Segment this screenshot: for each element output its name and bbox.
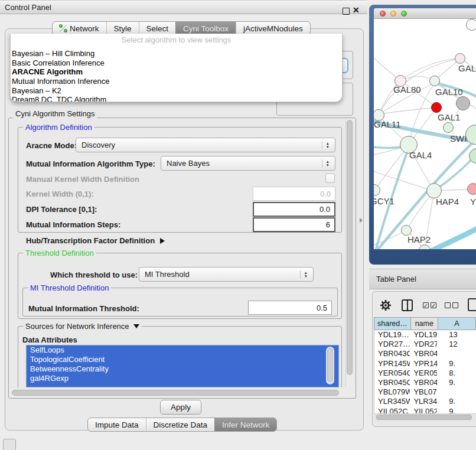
table-row[interactable]: YIL052CYIL052C9.: [374, 407, 476, 414]
column-header[interactable]: shared…: [374, 318, 410, 330]
tab-impute-data[interactable]: Impute Data: [88, 418, 146, 431]
bottom-tabs: Impute DataDiscretize DataInfer Network: [87, 418, 277, 432]
dropdown-items: Bayesian – Hill ClimbingBasic Correlatio…: [11, 49, 342, 102]
network-node[interactable]: [467, 183, 476, 195]
mi-threshold-group-title: MI Threshold Definition: [28, 283, 111, 292]
tab-select[interactable]: Select: [139, 22, 176, 35]
mi-steps-field[interactable]: 6: [253, 217, 335, 232]
network-node[interactable]: [456, 96, 470, 110]
network-canvas[interactable]: GALGAL80GAL10GAL1GAL11SWI4GAL4GCY1HAP4YH…: [374, 19, 476, 249]
threshold-definition-title: Threshold Definition: [23, 249, 96, 257]
tab-cyni-toolbox[interactable]: Cyni Toolbox: [175, 22, 236, 35]
window-grip[interactable]: [3, 439, 16, 450]
table-cell: 9.: [437, 378, 476, 387]
table-cell: YLR345W: [374, 397, 410, 406]
dpi-tolerance-label: DPI Tolerance [0,1]:: [26, 205, 97, 214]
dropdown-item[interactable]: ARACNE Algorithm: [11, 67, 342, 77]
float-window-icon[interactable]: [343, 8, 350, 15]
select-all-icon[interactable]: ✓: [423, 302, 429, 308]
node-label: GAL1: [438, 112, 460, 122]
close-traffic-light-icon[interactable]: [380, 11, 386, 17]
manual-kernel-checkbox[interactable]: [325, 174, 335, 183]
tab-discretize-data[interactable]: Discretize Data: [146, 418, 215, 431]
tab-network[interactable]: Network: [53, 22, 106, 35]
node-label: Y: [470, 197, 476, 207]
table-row[interactable]: YDL19…YDL19…13: [374, 330, 476, 340]
aracne-mode-combobox[interactable]: Discovery ▲▼: [76, 138, 335, 152]
settings-vertical-scrollbar-thumb[interactable]: [347, 120, 353, 375]
aracne-mode-label: Aracne Mode:: [26, 141, 77, 150]
which-threshold-combobox[interactable]: MI Threshold ▲▼: [139, 267, 314, 282]
table-horizontal-scrollbar-thumb[interactable]: [376, 415, 472, 420]
dropdown-item[interactable]: Bayesian – K2: [11, 86, 342, 96]
table-row[interactable]: YLR345WYLR345W9.: [374, 397, 476, 406]
network-window-titlebar[interactable]: [374, 8, 476, 19]
column-header[interactable]: A: [438, 318, 475, 330]
collapse-down-icon: [133, 324, 139, 328]
table-cell: YBR045C: [410, 378, 437, 387]
minimize-traffic-light-icon[interactable]: [390, 11, 396, 17]
zoom-traffic-light-icon[interactable]: [401, 11, 407, 17]
network-node[interactable]: [431, 102, 442, 113]
table-cell: YDR27…: [374, 340, 410, 349]
mi-threshold-field[interactable]: 0.5: [248, 301, 332, 315]
deselect-all-icon[interactable]: [445, 302, 451, 308]
table-rows: YDL19…YDL19…13YDR27…YDR27…12YBR043CYBR04…: [374, 330, 476, 413]
kernel-width-field[interactable]: 0.0: [253, 187, 335, 201]
list-item[interactable]: BetweennessCentrality: [27, 364, 338, 374]
apply-button[interactable]: Apply: [160, 400, 201, 415]
table-row[interactable]: YDR27…YDR27…12: [374, 340, 476, 349]
table-row[interactable]: YBR043CYBR043C: [374, 349, 476, 358]
close-icon[interactable]: ✕: [353, 5, 360, 15]
settings-horizontal-scrollbar-thumb[interactable]: [12, 390, 339, 396]
sources-title[interactable]: Sources for Network Inference: [23, 322, 142, 331]
settings-scroll-pane: Algorithm Definition Aracne Mode: Discov…: [9, 118, 345, 387]
hub-definition-toggle[interactable]: Hub/Transcription Factor Definition: [26, 236, 165, 245]
table-cell: 9.: [437, 359, 476, 369]
splitter-arrow-icon[interactable]: [360, 218, 363, 223]
network-node[interactable]: [443, 122, 454, 133]
dropdown-item[interactable]: Bayesian – Hill Climbing: [11, 49, 342, 58]
tab-style[interactable]: Style: [106, 22, 139, 35]
network-node[interactable]: [455, 53, 465, 64]
table-header: shared…nameA: [374, 317, 476, 330]
column-header[interactable]: name: [410, 318, 438, 330]
data-attributes-label: Data Attributes: [22, 335, 77, 344]
tab-jactivemnodules[interactable]: jActiveMNodules: [236, 22, 310, 35]
node-label: GAL10: [435, 87, 463, 97]
table-cell: YBR045C: [374, 378, 410, 387]
dropdown-item[interactable]: Dream8 DC_TDC Algorithm: [11, 95, 342, 102]
tab-label: Cyni Toolbox: [183, 24, 229, 33]
spinner-arrows-icon: ▲▼: [322, 141, 330, 149]
list-item[interactable]: TopologicalCoefficient: [27, 355, 338, 364]
page-icon[interactable]: [468, 298, 476, 311]
data-attributes-list[interactable]: SelfLoopsTopologicalCoefficientBetweenne…: [26, 345, 339, 387]
node-label: GAL11: [374, 119, 401, 129]
dropdown-item[interactable]: Mutual Information Inference: [11, 77, 342, 86]
expand-right-icon: [160, 238, 165, 244]
tab-label: Select: [146, 24, 169, 33]
list-item[interactable]: SelfLoops: [27, 345, 338, 355]
select-all-icon[interactable]: ✓: [431, 302, 436, 308]
attributes-scrollbar[interactable]: [326, 347, 334, 384]
gear-icon[interactable]: [380, 299, 392, 311]
table-row[interactable]: YER054CYER054C8.: [374, 369, 476, 378]
network-node[interactable]: [429, 76, 440, 86]
mi-type-label: Mutual Information Algorithm Type:: [26, 159, 155, 168]
kernel-width-label: Kernel Width (0,1):: [26, 190, 94, 198]
network-node[interactable]: [466, 19, 476, 31]
table-row[interactable]: YPR145WYPR145W9.: [374, 359, 476, 369]
dpi-tolerance-field[interactable]: 0.0: [253, 202, 335, 217]
list-item[interactable]: gal4RGexp: [27, 374, 338, 383]
table-row[interactable]: YBL079WYBL079W: [374, 387, 476, 397]
node-table: shared…nameA: [374, 317, 476, 330]
dropdown-item[interactable]: Basic Correlation Inference: [11, 58, 342, 68]
node-label: GCY1: [374, 196, 395, 206]
columns-icon[interactable]: [402, 299, 413, 311]
table-row[interactable]: YBR045CYBR045C9.: [374, 378, 476, 387]
mi-type-combobox[interactable]: Naive Bayes ▲▼: [161, 156, 335, 171]
table-cell: 9.: [437, 397, 476, 406]
deselect-all-icon[interactable]: [452, 302, 458, 308]
tab-infer-network[interactable]: Infer Network: [214, 418, 276, 431]
attributes-scrollbar-thumb[interactable]: [327, 348, 333, 382]
